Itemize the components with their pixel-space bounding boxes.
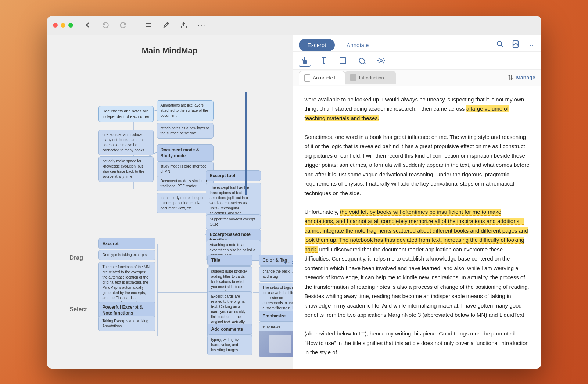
vertical-accent-bar <box>245 92 247 195</box>
doc-toolbar-icons: ··· <box>495 39 535 51</box>
redo-button[interactable] <box>116 19 130 31</box>
next-arrow[interactable]: › <box>292 258 292 266</box>
tabs-bar: An article f... Introduction t... ⇅ Mana… <box>293 69 541 86</box>
mm-node-docs[interactable]: Documents and notes are independent of e… <box>98 106 154 122</box>
para3-end: until I discovered that the document rea… <box>305 246 529 318</box>
mm-node-not-only[interactable]: not only make space for knowledge evolut… <box>98 156 154 182</box>
titlebar: ··· <box>47 16 541 35</box>
para3: Unfortunately, the void left by books wi… <box>305 207 530 320</box>
svg-line-3 <box>167 23 168 24</box>
prev-arrow[interactable]: ‹ <box>284 258 286 266</box>
para3-start: Unfortunately, <box>305 209 340 215</box>
mm-node-emphasize[interactable]: Emphasize <box>259 311 293 322</box>
mindmap-content: Main MindMap Drag Select <box>47 35 293 369</box>
mm-node-typing[interactable]: typing, writing by hand, voice, and inse… <box>207 335 252 355</box>
tab-sort-button[interactable]: ⇅ <box>508 73 513 82</box>
rect-tool[interactable] <box>337 55 349 67</box>
main-area: Main MindMap Drag Select <box>47 35 541 369</box>
traffic-lights <box>53 23 73 28</box>
lasso-tool[interactable] <box>356 55 368 67</box>
doc-toolbar: Excerpt Annotate <box>293 35 541 86</box>
mindmap-title: Main MindMap <box>47 46 293 55</box>
nav-arrows: ‹ • › <box>284 258 293 266</box>
mm-node-one-type[interactable]: One type is taking excerpts <box>98 250 155 260</box>
mm-node-taking[interactable]: Taking Excerpts and Making Annotations <box>98 316 155 331</box>
mm-node-change-back[interactable]: change the back... add a tag <box>259 266 293 282</box>
para1: were available to be looked up, I would … <box>305 95 530 123</box>
svg-rect-25 <box>513 41 518 47</box>
doc-panel: Excerpt Annotate <box>293 35 541 369</box>
doc-content: were available to be looked up, I would … <box>293 86 541 369</box>
toolbar-left: ··· <box>80 19 210 32</box>
mindmap-panel: Main MindMap Drag Select <box>47 35 293 369</box>
mm-node-doc-study[interactable]: Document mode & Study mode <box>157 144 214 162</box>
tab-article-label: An article f... <box>313 75 340 80</box>
more-doc-button[interactable]: ··· <box>526 39 535 51</box>
toolbar-separator-1 <box>136 21 136 29</box>
mm-node-study-supports[interactable]: In the study mode, it supports mindmap, … <box>157 193 214 213</box>
share-button[interactable] <box>176 19 191 31</box>
manage-button[interactable]: Manage <box>516 75 535 80</box>
select-label: Select <box>70 306 87 313</box>
mm-node-attach[interactable]: attach notes as a new layer to the surfa… <box>157 123 214 139</box>
svg-rect-29 <box>340 58 346 64</box>
mm-node-doc-similar[interactable]: Document mode is similar to traditional … <box>157 176 214 191</box>
edit-button[interactable] <box>159 19 173 31</box>
tab-introduction[interactable]: Introduction t... <box>345 71 396 84</box>
back-button[interactable] <box>80 19 95 31</box>
list-button[interactable] <box>141 19 156 31</box>
svg-point-23 <box>497 41 502 46</box>
close-button[interactable] <box>53 23 58 28</box>
tab-article[interactable]: An article f... <box>299 71 345 85</box>
doc-toolbar-top: Excerpt Annotate <box>293 35 541 51</box>
doc-tools-row <box>293 51 541 69</box>
settings-tool[interactable] <box>375 55 387 67</box>
svg-line-24 <box>501 45 503 47</box>
undo-button[interactable] <box>98 19 113 31</box>
mm-node-study-core[interactable]: study mode is core interface of MN <box>157 161 214 177</box>
mm-node-add-comments[interactable]: Add comments <box>207 324 252 335</box>
text-tool[interactable] <box>318 55 330 67</box>
mm-node-title-card[interactable]: Title <box>207 255 252 266</box>
mm-node-ocr[interactable]: Support for non-text excerpt OCR <box>206 214 261 230</box>
mm-node-setup-tags[interactable]: The setup of tags is for use with the fi… <box>259 283 293 313</box>
maximize-button[interactable] <box>68 23 73 28</box>
app-window: ··· Main MindMap Drag Select <box>47 16 541 369</box>
nav-dot: • <box>288 260 290 264</box>
mm-node-annotations[interactable]: Annotations are like layers attached to … <box>157 100 214 121</box>
svg-point-30 <box>380 60 382 62</box>
excerpt-tab[interactable]: Excerpt <box>299 39 335 51</box>
tab-article-icon <box>304 74 310 82</box>
para4: (abbreviated below to LT), hence my writ… <box>305 329 530 357</box>
bookmark-button[interactable] <box>510 39 521 51</box>
hand-tool[interactable] <box>299 55 311 67</box>
tab-intro-label: Introduction t... <box>359 75 391 80</box>
annotate-tab[interactable]: Annotate <box>338 39 377 51</box>
tab-intro-icon <box>350 74 356 81</box>
drag-label: Drag <box>70 255 83 261</box>
svg-rect-5 <box>181 26 186 28</box>
mm-node-excerpt2[interactable]: Excerpt <box>98 238 155 250</box>
mm-node-excerpt-tool[interactable]: Excerpt tool <box>206 170 261 182</box>
mm-node-emphasize-label[interactable]: emphasize <box>259 322 293 332</box>
mm-node-one-source[interactable]: one source can produce many notebooks, a… <box>98 130 154 155</box>
search-button[interactable] <box>495 39 506 51</box>
para2: Sometimes, one word in a book has great … <box>305 132 530 198</box>
more-button[interactable]: ··· <box>194 19 210 32</box>
minimize-button[interactable] <box>61 23 65 28</box>
mm-node-emphasize-img <box>259 331 293 357</box>
